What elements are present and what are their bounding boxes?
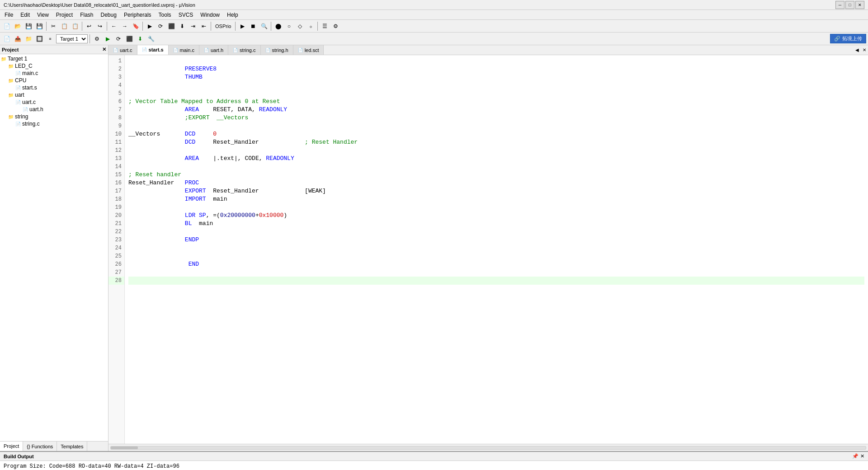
- extra-button[interactable]: 🔧: [146, 34, 156, 44]
- unindent-button[interactable]: ⇤: [199, 21, 209, 31]
- copy-button[interactable]: 📋: [59, 21, 69, 31]
- cut-button[interactable]: ✂: [48, 21, 58, 31]
- tree-item-uart-c[interactable]: 📄 uart.c: [1, 99, 107, 106]
- tree-item-main-c[interactable]: 📄 main.c: [1, 70, 107, 77]
- code-line-4: [128, 81, 864, 89]
- view-button[interactable]: ☰: [320, 21, 330, 31]
- clear-bp-button[interactable]: ○: [284, 21, 294, 31]
- minimize-button[interactable]: ─: [835, 1, 844, 9]
- horizontal-scrollbar[interactable]: [108, 444, 868, 451]
- tab-string-c[interactable]: 📄 string.c: [228, 45, 260, 55]
- menu-item-svcs[interactable]: SVCS: [176, 11, 196, 19]
- undo-button[interactable]: ↩: [84, 21, 94, 31]
- title-bar: C:\Users\haohao\Desktop\User Data\08_rel…: [0, 0, 868, 10]
- tree-item-cpu[interactable]: 📁 CPU: [1, 77, 107, 84]
- rebuild-button[interactable]: ⟳: [156, 21, 165, 31]
- tree-item-start-s[interactable]: 📄 start.s: [1, 84, 107, 91]
- bp-settings-button[interactable]: ◇: [295, 21, 305, 31]
- debug-stop-button[interactable]: ⏹: [248, 21, 258, 31]
- main-layout: Project ✕ 📁 Target 1 📁 LED_C 📄 main.c: [0, 45, 868, 451]
- down-arrow-button[interactable]: ⬇: [177, 21, 187, 31]
- menu-item-flash[interactable]: Flash: [77, 11, 96, 19]
- stop-button[interactable]: ⬛: [166, 21, 176, 31]
- code-line-22: [128, 228, 864, 236]
- toolbar2-btn3[interactable]: 📁: [24, 34, 33, 44]
- tab-start-s[interactable]: 📄 start.s: [137, 45, 169, 55]
- nav-back-button[interactable]: ←: [109, 21, 119, 31]
- menu-item-project[interactable]: Project: [53, 11, 75, 19]
- file-icon-start: 📄: [15, 85, 21, 90]
- target-select[interactable]: Target 1: [56, 34, 88, 43]
- build-output-pin[interactable]: 📌: [852, 453, 859, 459]
- toolbar2-btn1[interactable]: 📄: [2, 34, 12, 44]
- save-all-button[interactable]: 💾: [34, 21, 44, 31]
- code-line-11: DCD Reset_Handler ; Reset Handler: [128, 138, 864, 146]
- redo-button[interactable]: ↪: [95, 21, 105, 31]
- code-line-16: Reset_Handler PROC: [128, 179, 864, 187]
- indent-button[interactable]: ⇥: [188, 21, 198, 31]
- breakpoint-button[interactable]: ⬤: [273, 21, 283, 31]
- tree-item-string-c[interactable]: 📄 string.c: [1, 120, 107, 127]
- tab-label-uart-c: uart.c: [120, 47, 132, 53]
- code-line-6: ; Vector Table Mapped to Address 0 at Re…: [128, 98, 864, 106]
- bookmark-button[interactable]: 🔖: [131, 21, 141, 31]
- bp-list-button[interactable]: ⬦: [306, 21, 316, 31]
- tree-item-uart-h[interactable]: 📄 uart.h: [1, 106, 107, 113]
- build-target-button[interactable]: ▶: [103, 34, 113, 44]
- build-button[interactable]: ▶: [145, 21, 155, 31]
- menu-item-debug[interactable]: Debug: [98, 11, 119, 19]
- new-file-button[interactable]: 📄: [2, 21, 12, 31]
- menu-item-file[interactable]: File: [2, 11, 16, 19]
- tab-scroll-left[interactable]: ◀: [854, 45, 861, 55]
- menu-item-help[interactable]: Help: [224, 11, 241, 19]
- menu-item-tools[interactable]: Tools: [156, 11, 174, 19]
- project-tree: 📁 Target 1 📁 LED_C 📄 main.c 📁 CPU: [0, 54, 108, 441]
- app-title: C:\Users\haohao\Desktop\User Data\08_rel…: [4, 2, 195, 8]
- tree-label-string-c: string.c: [22, 121, 40, 127]
- code-editor[interactable]: 1 2 3 4 5 6 7 8 9 10 11 12 13 14 15 16 1…: [108, 55, 868, 444]
- tab-main-c[interactable]: 📄 main.c: [169, 45, 199, 55]
- editor-area: 📄 uart.c 📄 start.s 📄 main.c 📄 uart.h 📄 s…: [108, 45, 868, 451]
- tab-project[interactable]: Project: [0, 442, 23, 451]
- tab-close[interactable]: ✕: [861, 45, 868, 55]
- tab-templates[interactable]: Templates: [57, 442, 87, 451]
- find-button[interactable]: 🔍: [259, 21, 269, 31]
- toolbar2-btn2[interactable]: 📤: [13, 34, 23, 44]
- tab-uart-c[interactable]: 📄 uart.c: [108, 45, 137, 55]
- tree-item-string[interactable]: 📁 string: [1, 113, 107, 120]
- maximize-button[interactable]: □: [845, 1, 854, 9]
- project-panel-close[interactable]: ✕: [102, 47, 106, 52]
- menu-item-edit[interactable]: Edit: [18, 11, 33, 19]
- target-options-button[interactable]: ⚙: [92, 34, 102, 44]
- tab-led-sct[interactable]: 📄 led.sct: [293, 45, 324, 55]
- tab-functions[interactable]: {} Functions: [23, 442, 57, 451]
- tab-string-h[interactable]: 📄 string.h: [261, 45, 293, 55]
- menu-item-view[interactable]: View: [34, 11, 52, 19]
- tree-item-led-c[interactable]: 📁 LED_C: [1, 62, 107, 70]
- code-line-28: [128, 277, 864, 285]
- tree-item-uart[interactable]: 📁 uart: [1, 91, 107, 99]
- download-button[interactable]: ⬇: [135, 34, 145, 44]
- menu-item-window[interactable]: Window: [198, 11, 222, 19]
- menu-item-peripherals[interactable]: Peripherals: [121, 11, 154, 19]
- debug-run-button[interactable]: ▶: [237, 21, 247, 31]
- code-line-7: AREA RESET, DATA, READONLY: [128, 106, 864, 114]
- close-button[interactable]: ✕: [855, 1, 864, 9]
- ospr-button[interactable]: OSPrio: [213, 21, 233, 31]
- settings-button[interactable]: ⚙: [330, 21, 340, 31]
- manage-button[interactable]: ≡: [45, 34, 55, 44]
- open-button[interactable]: 📂: [13, 21, 23, 31]
- panel-tabs: Project {} Functions Templates: [0, 441, 108, 451]
- code-content[interactable]: PRESERVE8 THUMB ; Vector Table Mapped to…: [125, 55, 868, 444]
- toolbar2-btn4[interactable]: 🔲: [34, 34, 44, 44]
- tab-uart-h[interactable]: 📄 uart.h: [199, 45, 228, 55]
- flash-btn[interactable]: ⬛: [124, 34, 134, 44]
- save-button[interactable]: 💾: [24, 21, 33, 31]
- paste-button[interactable]: 📋: [70, 21, 80, 31]
- build-output-close[interactable]: ✕: [860, 453, 864, 459]
- tree-item-target1[interactable]: 📁 Target 1: [1, 55, 107, 62]
- nav-fwd-button[interactable]: →: [120, 21, 130, 31]
- upload-button[interactable]: 🔗 拓境上传: [830, 34, 866, 43]
- rebuild-target-button[interactable]: ⟳: [113, 34, 123, 44]
- tab-project-label: Project: [4, 443, 19, 449]
